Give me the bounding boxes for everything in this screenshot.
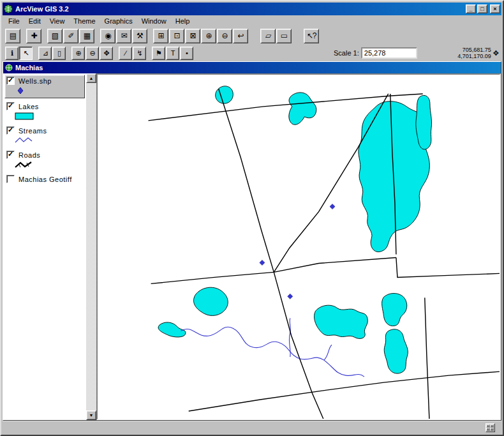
coordinate-readout: 705,681.75 4,701,170.09 (422, 47, 491, 59)
view-document-icon (5, 64, 13, 71)
help-icon: ↖? (307, 32, 316, 40)
scroll-up-icon[interactable]: ▲ (86, 73, 96, 83)
zoom-out-icon: ⊖ (221, 32, 227, 40)
toc-entry-roads[interactable]: ✓ Roads (4, 149, 85, 172)
menu-theme[interactable]: Theme (69, 16, 100, 26)
draw-point-icon: • (186, 50, 188, 57)
toc-entry-machias-geotiff[interactable]: Machias Geotiff (4, 173, 85, 184)
save-icon: ▤ (10, 32, 16, 40)
table-icon: ▦ (84, 32, 90, 40)
zoom-in-button[interactable]: ⊕ (201, 29, 216, 43)
locate-address-icon: ✉ (121, 32, 126, 40)
open-theme-table-button[interactable]: ▦ (79, 29, 94, 43)
zoom-in-tool-button[interactable]: ⊕ (71, 47, 85, 60)
menu-edit[interactable]: Edit (24, 16, 45, 26)
window-title: ArcView GIS 3.2 (15, 5, 466, 13)
select-feature-icon: ▯ (57, 50, 61, 57)
hot-link-tool-button[interactable]: ↯ (133, 47, 146, 60)
geotiff-visibility-checkbox[interactable] (6, 175, 15, 183)
check-icon: ✓ (8, 77, 13, 84)
lakes-layer (158, 86, 431, 373)
toc-entry-wells[interactable]: ✓ Wells.shp (4, 75, 85, 98)
zoom-out-button[interactable]: ⊖ (217, 29, 232, 43)
menu-graphics[interactable]: Graphics (100, 16, 137, 26)
zoom-previous-button[interactable]: ↩ (233, 29, 248, 43)
toc-scrollbar[interactable]: ▲ ▼ (86, 73, 96, 420)
add-theme-button[interactable]: ✚ (26, 29, 41, 43)
menu-view[interactable]: View (45, 16, 70, 26)
locate-address-button[interactable]: ✉ (116, 29, 131, 43)
label-tool-button[interactable]: ⚑ (152, 47, 165, 60)
check-icon: ✓ (8, 151, 13, 158)
minimize-button[interactable]: _ (466, 4, 476, 13)
identify-tool-button[interactable]: ℹ (5, 47, 19, 60)
vertex-edit-tool-button[interactable]: ⊿ (38, 47, 52, 60)
save-project-button[interactable]: ▤ (5, 29, 20, 43)
view-body: ✓ Wells.shp ✓ Lakes (3, 73, 501, 420)
pan-tool-button[interactable]: ✥ (100, 47, 113, 60)
check-icon: ✓ (8, 126, 13, 133)
view-title-bar[interactable]: Machias (3, 62, 501, 73)
roads-line-symbol-icon (14, 160, 83, 170)
arcview-window: ArcView GIS 3.2 _ □ × File Edit View The… (0, 0, 504, 436)
query-builder-icon: ⚒ (137, 32, 143, 40)
maximize-button[interactable]: □ (477, 4, 487, 13)
status-bar (3, 421, 501, 433)
main-toolbar: ▤ ✚ ▧ ✐ ▦ ◉ ✉ ⚒ ⊞ ⊡ ⊠ ⊕ ⊖ ↩ ▱ ▭ ↖? (3, 27, 501, 45)
scale-label: Scale 1: (334, 49, 359, 57)
pointer-icon: ↖ (23, 50, 28, 57)
toc-entry-streams[interactable]: ✓ Streams (4, 124, 85, 147)
wells-visibility-checkbox[interactable]: ✓ (6, 77, 15, 85)
scale-input[interactable] (361, 47, 417, 59)
menu-bar: File Edit View Theme Graphics Window Hel… (3, 15, 501, 27)
edit-legend-icon: ✐ (68, 32, 73, 40)
scroll-down-icon[interactable]: ▼ (86, 410, 96, 420)
layer-name-wells: Wells.shp (19, 77, 52, 85)
zoom-active-theme-icon: ⊡ (174, 32, 179, 40)
draw-point-tool-button[interactable]: • (180, 47, 193, 60)
roads-visibility-checkbox[interactable]: ✓ (6, 151, 15, 159)
clear-selection-button[interactable]: ▭ (276, 29, 292, 43)
lakes-visibility-checkbox[interactable]: ✓ (6, 102, 15, 110)
title-bar[interactable]: ArcView GIS 3.2 _ □ × (3, 3, 501, 15)
help-button[interactable]: ↖? (304, 29, 319, 43)
menu-window[interactable]: Window (137, 16, 171, 26)
hot-link-icon: ↯ (137, 50, 142, 57)
menu-file[interactable]: File (4, 16, 24, 26)
pointer-tool-button[interactable]: ↖ (19, 47, 33, 60)
zoom-active-theme-button[interactable]: ⊡ (169, 29, 184, 43)
view-window: Machias ✓ Wells.shp ✓ Lakes (3, 61, 501, 421)
find-button[interactable]: ◉ (100, 29, 115, 43)
roads-layer (149, 89, 500, 419)
query-builder-button[interactable]: ⚒ (132, 29, 147, 43)
clear-selection-icon: ▭ (281, 32, 287, 40)
resize-grip[interactable] (485, 423, 495, 432)
layer-name-lakes: Lakes (19, 103, 39, 110)
wells-point-symbol-icon (14, 86, 83, 96)
zoom-out-tool-button[interactable]: ⊖ (85, 47, 99, 60)
table-of-contents: ✓ Wells.shp ✓ Lakes (3, 73, 96, 420)
text-tool-icon: T (171, 50, 175, 57)
layer-name-roads: Roads (19, 151, 40, 159)
map-area[interactable] (96, 73, 501, 420)
zoom-selected-button[interactable]: ⊠ (185, 29, 200, 43)
coords-cursor-icon: ✥ (493, 49, 499, 57)
zoom-in-tool-icon: ⊕ (75, 50, 80, 57)
streams-visibility-checkbox[interactable]: ✓ (6, 126, 15, 135)
toc-entry-lakes[interactable]: ✓ Lakes (4, 100, 85, 123)
close-button[interactable]: × (490, 4, 500, 13)
select-feature-tool-button[interactable]: ▯ (52, 47, 66, 60)
map-canvas[interactable] (98, 75, 500, 419)
zoom-previous-icon: ↩ (237, 32, 243, 40)
edit-legend-button[interactable]: ✐ (63, 29, 78, 43)
theme-properties-icon: ▧ (52, 32, 58, 40)
identify-icon: ℹ (11, 50, 13, 57)
select-by-graphic-button[interactable]: ▱ (260, 29, 276, 43)
text-tool-button[interactable]: T (166, 47, 179, 60)
menu-help[interactable]: Help (171, 16, 195, 26)
zoom-selected-icon: ⊠ (189, 32, 195, 40)
measure-tool-button[interactable]: ∕ (119, 47, 132, 60)
theme-properties-button[interactable]: ▧ (47, 29, 63, 43)
zoom-full-extent-button[interactable]: ⊞ (153, 29, 168, 43)
tool-toolbar: ℹ ↖ ⊿ ▯ ⊕ ⊖ ✥ ∕ ↯ ⚑ T • Scale 1: 705,681… (3, 45, 501, 61)
